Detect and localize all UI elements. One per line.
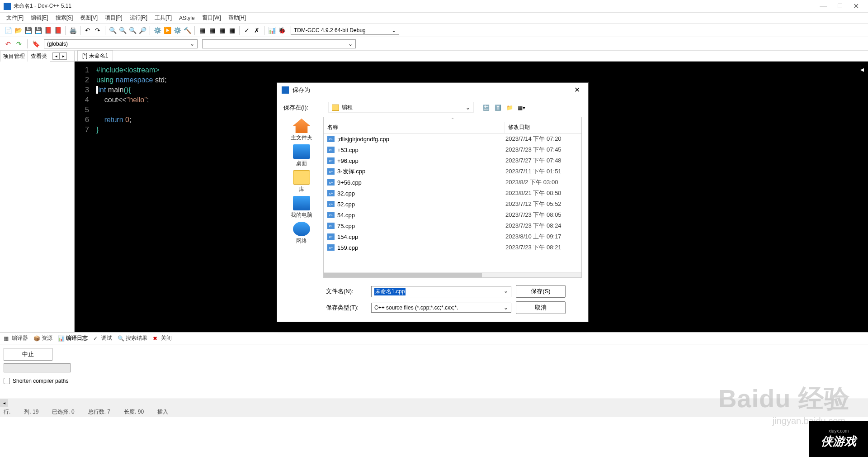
replace-icon[interactable]: 🔍 <box>118 26 127 35</box>
header-date[interactable]: 修改日期 <box>505 122 581 133</box>
file-date: 2023/8/10 上午 09:17 <box>505 233 578 241</box>
bottom-tab-search[interactable]: 🔍搜索结果 <box>118 334 147 342</box>
menu-project[interactable]: 项目[P] <box>102 13 125 23</box>
bottom-tab-resources[interactable]: 📦资源 <box>33 334 52 342</box>
file-row[interactable]: c+3-发挥.cpp2023/7/11 下午 01:51 <box>324 166 581 177</box>
filetype-combo[interactable]: C++ source files (*.cpp;*.cc;*.cxx;*. ⌄ <box>371 303 511 313</box>
close-button[interactable]: ✕ <box>853 2 859 10</box>
save-button[interactable]: 保存(S) <box>516 285 566 298</box>
open-file-icon[interactable]: 📂 <box>14 26 23 35</box>
profile-icon[interactable]: 📊 <box>267 26 276 35</box>
save-in-combo[interactable]: 编程 ⌄ <box>329 102 473 113</box>
file-row[interactable]: c+;dlisjgirjodgndfg.cpp2023/7/14 下午 07:2… <box>324 133 581 144</box>
place-home[interactable]: 主文件夹 <box>291 119 312 142</box>
find-icon[interactable]: 🔍 <box>108 26 117 35</box>
layout4-icon[interactable]: ▦ <box>227 26 236 35</box>
file-row[interactable]: c++53.cpp2023/7/23 下午 07:45 <box>324 144 581 155</box>
bottom-tab-compile-log[interactable]: 📊编译日志 <box>58 334 88 342</box>
menu-astyle[interactable]: AStyle <box>176 14 198 22</box>
file-date: 2023/7/23 下午 08:24 <box>505 222 578 230</box>
layout2-icon[interactable]: ▦ <box>208 26 217 35</box>
menu-view[interactable]: 视图[V] <box>77 13 100 23</box>
sidebar-tab-project[interactable]: 项目管理 <box>0 51 28 62</box>
print-icon[interactable]: 🖨️ <box>68 26 77 35</box>
place-network[interactable]: 网络 <box>293 222 310 245</box>
function-combo[interactable]: ⌄ <box>202 39 356 48</box>
menu-run[interactable]: 运行[R] <box>127 13 150 23</box>
cpp-file-icon: c+ <box>327 168 335 175</box>
redo-icon[interactable]: ↷ <box>93 26 102 35</box>
stop-icon[interactable]: ✗ <box>252 26 261 35</box>
chevron-down-icon: ⌄ <box>348 41 353 47</box>
file-row[interactable]: c+159.cpp2023/7/23 下午 08:21 <box>324 242 581 253</box>
menu-edit[interactable]: 编辑[E] <box>28 13 51 23</box>
sidebar-tab-class[interactable]: 查看类 <box>28 51 50 62</box>
undo-icon[interactable]: ↶ <box>83 26 92 35</box>
find-next-icon[interactable]: 🔍 <box>128 26 137 35</box>
menu-help[interactable]: 帮助[H] <box>226 13 249 23</box>
resize-grip[interactable]: ⌃ <box>324 117 581 122</box>
file-row[interactable]: c+75.cpp2023/7/23 下午 08:24 <box>324 220 581 231</box>
editor-marker[interactable]: ◂ <box>860 65 868 73</box>
cpp-file-icon: c+ <box>327 157 335 164</box>
close-all-icon[interactable]: 📕 <box>53 26 62 35</box>
cancel-button[interactable]: 取消 <box>516 301 566 314</box>
file-row[interactable]: c+154.cpp2023/8/10 上午 09:17 <box>324 231 581 242</box>
layout3-icon[interactable]: ▦ <box>217 26 226 35</box>
editor-tab[interactable]: [*] 未命名1 <box>77 50 113 61</box>
filename-input[interactable]: 未命名1.cpp ⌄ <box>371 286 511 297</box>
place-desktop[interactable]: 桌面 <box>293 144 310 167</box>
menu-file[interactable]: 文件[F] <box>4 13 26 23</box>
bookmark-icon[interactable]: 🔖 <box>31 39 40 48</box>
file-row[interactable]: c+54.cpp2023/7/23 下午 08:05 <box>324 209 581 220</box>
new-file-icon[interactable]: 📄 <box>4 26 13 35</box>
bottom-tab-close[interactable]: ✖关闭 <box>153 334 172 342</box>
dialog-close-button[interactable]: ✕ <box>571 86 584 94</box>
debug-icon[interactable]: ✓ <box>242 26 251 35</box>
file-row[interactable]: c+52.cpp2023/7/12 下午 05:52 <box>324 199 581 209</box>
minimize-button[interactable]: — <box>820 2 827 10</box>
up-nav-icon[interactable]: ⬆️ <box>493 103 502 112</box>
separator <box>105 26 105 35</box>
view-menu-icon[interactable]: ▦▾ <box>517 103 526 112</box>
tab-next-icon[interactable]: ▸ <box>60 52 67 60</box>
compile-run-icon[interactable]: ⚙️ <box>173 26 182 35</box>
menu-search[interactable]: 搜索[S] <box>53 13 76 23</box>
layout-icon[interactable]: ▦ <box>198 26 207 35</box>
file-date: 2023/7/12 下午 05:52 <box>505 200 578 208</box>
file-list-scrollbar[interactable] <box>324 272 581 277</box>
place-library[interactable]: 库 <box>293 170 310 193</box>
file-date: 2023/8/2 下午 03:00 <box>505 178 578 186</box>
clean-icon[interactable]: 🐞 <box>277 26 286 35</box>
run-icon[interactable]: ▶️ <box>163 26 172 35</box>
file-list[interactable]: c+;dlisjgirjodgndfg.cpp2023/7/14 下午 07:2… <box>324 133 581 272</box>
rebuild-icon[interactable]: 🔨 <box>183 26 192 35</box>
save-all-icon[interactable]: 💾 <box>33 26 42 35</box>
close-file-icon[interactable]: 📕 <box>43 26 52 35</box>
progress-bar <box>4 363 71 372</box>
back-icon[interactable]: ↶ <box>4 39 13 48</box>
shorten-paths-checkbox[interactable] <box>4 378 10 384</box>
abort-button[interactable]: 中止 <box>4 348 52 361</box>
header-name[interactable]: 名称 <box>324 122 505 133</box>
file-row[interactable]: c+9+56.cpp2023/8/2 下午 03:00 <box>324 177 581 188</box>
menu-window[interactable]: 窗口[W] <box>199 13 224 23</box>
compiler-combo[interactable]: TDM-GCC 4.9.2 64-bit Debug ⌄ <box>291 26 399 35</box>
horizontal-scrollbar[interactable]: ◂ <box>0 399 868 407</box>
compile-icon[interactable]: ⚙️ <box>153 26 162 35</box>
menu-tools[interactable]: 工具[T] <box>152 13 175 23</box>
scope-combo[interactable]: (globals) ⌄ <box>44 39 198 48</box>
bottom-tab-compiler[interactable]: ▦编译器 <box>4 334 28 342</box>
maximize-button[interactable]: □ <box>838 2 842 10</box>
file-row[interactable]: c++96.cpp2023/7/27 下午 07:48 <box>324 155 581 166</box>
tab-prev-icon[interactable]: ◂ <box>52 52 60 60</box>
file-row[interactable]: c+32.cpp2023/8/21 下午 08:58 <box>324 188 581 199</box>
save-icon[interactable]: 💾 <box>24 26 33 35</box>
back-nav-icon[interactable]: 🔙 <box>481 103 491 112</box>
new-folder-icon[interactable]: 📁 <box>505 103 514 112</box>
bottom-tab-debug[interactable]: ✓调试 <box>93 334 112 342</box>
forward-icon[interactable]: ↷ <box>14 39 24 48</box>
goto-icon[interactable]: 🔎 <box>138 26 147 35</box>
place-computer[interactable]: 我的电脑 <box>291 196 312 219</box>
scroll-left-icon[interactable]: ◂ <box>0 399 8 407</box>
